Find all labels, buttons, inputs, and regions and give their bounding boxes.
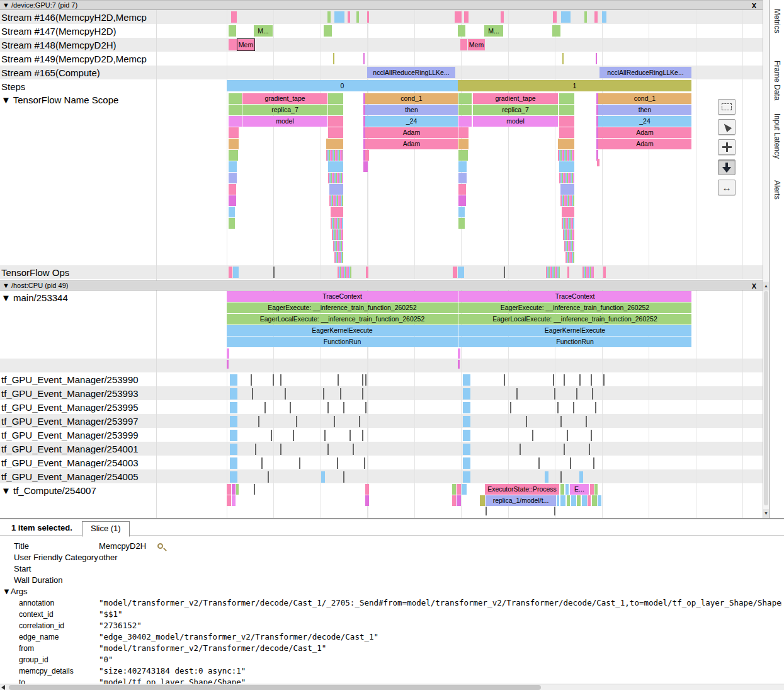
trace-slice[interactable] [229,207,235,217]
gpu-pane-title[interactable]: ▼ /device:GPU:7 (pid 7) [3,1,77,9]
trace-slice-m[interactable]: M... [484,25,503,37]
trace-slice-adam[interactable]: Adam [598,139,691,149]
trace-slice[interactable] [290,402,291,413]
trace-slice[interactable] [592,495,597,506]
trace-slice[interactable] [230,444,237,455]
trace-slice-model[interactable]: model [473,116,558,127]
trace-slice[interactable] [363,53,365,64]
track-label-tf-compute-254007[interactable]: ▼ tf_Compute/254007 [1,485,96,496]
trace-slice[interactable] [326,139,343,149]
trace-slice[interactable] [324,430,326,441]
trace-slice[interactable] [504,374,505,386]
trace-slice-cond-1[interactable]: cond_1 [365,93,458,104]
trace-slice[interactable] [229,195,236,206]
trace-slice[interactable] [321,471,325,483]
trace-slice[interactable] [329,195,343,206]
trace-slice[interactable] [582,267,594,278]
trace-slice-eagerexecute-inference-train-function-260252[interactable]: EagerExecute: __inference_train_function… [458,302,691,313]
trace-slice[interactable] [251,374,252,386]
trace-slice[interactable] [564,241,574,251]
trace-slice[interactable] [255,444,256,455]
trace-slice[interactable] [273,267,275,278]
pan-tool-button[interactable] [718,139,736,155]
trace-slice[interactable] [229,218,235,229]
trace-slice[interactable] [229,105,242,115]
trace-slice[interactable] [458,173,467,183]
trace-slice[interactable] [349,430,351,441]
trace-slice[interactable] [332,229,343,240]
trace-slice[interactable] [365,495,369,506]
trace-slice-gradient-tape[interactable]: gradient_tape [242,93,327,104]
trace-slice[interactable] [334,416,335,427]
trace-slice-ncclallreduceringllke[interactable]: ncclAllReduceRingLLKe... [599,67,691,78]
trace-slice[interactable] [232,495,236,506]
trace-slice[interactable] [595,402,596,413]
trace-slice-gradient-tape[interactable]: gradient_tape [473,93,558,104]
trace-slice[interactable] [333,241,343,251]
trace-slice[interactable] [591,430,592,441]
trace-slice[interactable] [356,11,359,23]
trace-slice[interactable] [586,416,587,427]
pointer-tool-button[interactable] [718,119,736,135]
trace-slice[interactable] [463,457,470,469]
trace-slice[interactable] [584,11,587,23]
trace-slice-replica-1-model-t[interactable]: replica_1/model/t... [486,495,556,506]
trace-slice[interactable] [562,207,574,217]
trace-slice-e[interactable]: E... [570,484,589,495]
trace-slice[interactable] [458,150,468,161]
trace-slice[interactable] [593,457,594,469]
trace-slice[interactable] [362,374,363,386]
trace-slice[interactable] [560,471,562,483]
trace-slice[interactable] [458,161,467,172]
horizontal-scrollbar[interactable] [0,684,784,690]
trace-slice[interactable] [328,93,343,104]
trace-slice-tracecontext[interactable]: TraceContext [227,291,458,302]
track-label-tensorflow-name-scope[interactable]: ▼ TensorFlow Name Scope [1,95,118,105]
trace-slice[interactable] [230,388,237,400]
trace-slice[interactable] [293,430,294,441]
trace-slice[interactable] [463,444,470,455]
trace-slice[interactable] [229,127,239,138]
trace-slice[interactable] [526,416,527,427]
trace-slice[interactable] [285,388,286,400]
trace-slice[interactable] [560,495,565,506]
timing-tool-button[interactable]: ↔ [718,180,736,195]
trace-slice[interactable] [462,484,467,495]
zoom-tool-button[interactable] [718,159,736,175]
trace-slice[interactable] [463,471,470,483]
trace-slice[interactable] [340,388,341,400]
trace-slice[interactable] [567,495,570,506]
trace-slice[interactable] [557,402,559,413]
trace-slice[interactable] [552,25,560,37]
trace-slice[interactable] [589,444,590,455]
trace-slice[interactable] [559,105,574,115]
trace-slice[interactable] [327,444,329,455]
trace-slice[interactable] [458,267,464,278]
trace-slice[interactable] [271,430,272,441]
trace-slice-ncclallreduceringllke[interactable]: ncclAllReduceRingLLKe... [367,67,455,78]
trace-slice[interactable] [343,471,344,483]
trace-slice[interactable] [328,173,343,183]
trace-slice-tracecontext[interactable]: TraceContext [458,291,691,302]
trace-slice[interactable] [268,471,269,483]
trace-slice[interactable] [326,150,343,161]
trace-slice[interactable] [229,173,237,183]
trace-slice[interactable] [591,374,592,386]
trace-slice[interactable] [231,11,237,23]
trace-slice[interactable] [458,105,472,115]
trace-slice[interactable] [364,457,365,469]
trace-slice[interactable] [516,388,518,400]
trace-slice[interactable] [365,161,368,172]
trace-slice[interactable] [366,267,368,278]
trace-slice-then[interactable]: then [598,105,691,115]
trace-slice[interactable] [455,11,462,23]
trace-slice[interactable] [564,374,565,386]
trace-slice-eagerlocalexecute-inference-train-function-260252[interactable]: EagerLocalExecute: __inference_train_fun… [227,314,458,325]
trace-slice[interactable] [458,218,465,229]
trace-slice[interactable] [254,484,255,495]
trace-slice[interactable] [546,267,560,278]
hscroll-thumb[interactable] [9,685,541,690]
trace-slice[interactable] [603,267,606,278]
trace-slice[interactable] [328,161,343,172]
trace-slice[interactable] [333,53,334,64]
